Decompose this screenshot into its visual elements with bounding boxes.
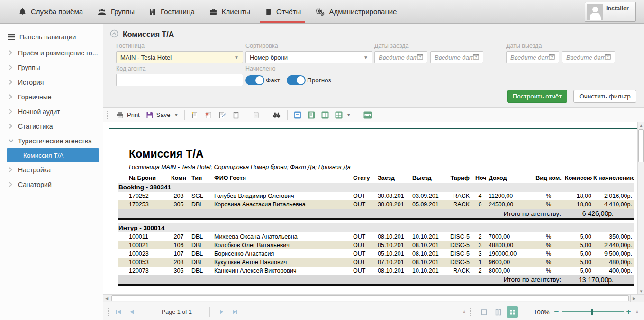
calendar-icon[interactable]: 7 xyxy=(473,53,479,61)
report-cell: DBL xyxy=(190,200,213,209)
nav-item-3[interactable]: Клиенты xyxy=(202,0,257,23)
report-cell: 2 xyxy=(474,267,486,275)
delete-page-button[interactable] xyxy=(202,110,215,120)
sidebar-item-4[interactable]: Ночной аудит xyxy=(0,104,103,119)
toggle-switch-1[interactable] xyxy=(287,75,306,85)
user-box[interactable]: installer xyxy=(585,2,636,22)
arrival-date-to-input[interactable]: Введите дату 7 xyxy=(430,51,483,63)
nav-label: Гостиница xyxy=(161,8,195,16)
print-button[interactable]: Print xyxy=(114,110,142,120)
collapse-panel-icon[interactable] xyxy=(110,29,118,40)
horizontal-scroll-thumb[interactable] xyxy=(111,295,629,301)
departure-date-from-input[interactable]: Введите дату 7 xyxy=(506,51,559,63)
hotel-select[interactable]: MAIN - Tesla Hotel ▼ xyxy=(116,51,243,63)
report-cell: 7000,00 xyxy=(486,232,533,241)
agent-code-input[interactable] xyxy=(116,74,243,86)
vertical-scroll-thumb[interactable] xyxy=(638,129,644,162)
save-button[interactable]: Save▼ xyxy=(144,110,181,120)
column-header: Комиссия xyxy=(564,173,592,183)
zoom-slider-handle[interactable] xyxy=(591,309,593,315)
toggle-0: Факт xyxy=(245,75,280,85)
sidebar-item-label: Санаторий xyxy=(18,181,52,188)
clear-filter-button[interactable]: Очистить фильтр xyxy=(573,90,636,103)
clipboard-icon: ? xyxy=(253,111,260,119)
sidebar-item-7[interactable]: Комиссия Т/А xyxy=(7,148,99,162)
sidebar-item-2[interactable]: История xyxy=(0,75,103,89)
view-continuous-icon xyxy=(308,111,315,119)
nav-item-5[interactable]: Администрирование xyxy=(308,0,404,23)
scroll-up-icon[interactable]: ▲ xyxy=(638,122,644,129)
nav-item-1[interactable]: Группы xyxy=(90,0,142,23)
next-page-button[interactable] xyxy=(217,307,227,317)
sidebar-item-1[interactable]: Группы xyxy=(0,60,103,75)
page-setup-button[interactable] xyxy=(230,110,242,120)
zoom-slider[interactable] xyxy=(562,307,624,317)
group-name: Интур - 300014 xyxy=(118,223,634,232)
report-cell: Канючин Алексей Викторович xyxy=(213,267,348,275)
report-cell: OUT xyxy=(348,232,377,241)
toggle-switch-0[interactable] xyxy=(245,75,264,85)
view-facing-button[interactable] xyxy=(319,110,331,120)
users-icon xyxy=(97,8,107,16)
sidebar-header[interactable]: Панель навигации xyxy=(0,30,103,45)
splitter-icon[interactable]: ⇕ xyxy=(463,310,466,314)
report-cell: 100053 xyxy=(118,258,167,267)
view-multiple-pages-button[interactable] xyxy=(507,306,518,318)
vertical-scrollbar[interactable]: ▲ ▼ xyxy=(637,122,644,294)
book-icon xyxy=(264,8,272,16)
edit-page-button[interactable] xyxy=(216,110,228,120)
separator xyxy=(184,110,185,120)
horizontal-scrollbar[interactable]: ◀ ▶ xyxy=(103,294,644,302)
view-single-button[interactable] xyxy=(291,110,304,120)
report-row: 100053208DBLКукушкин Антон ПавловичOUT07… xyxy=(118,258,634,267)
sidebar-item-6[interactable]: Туристические агенства xyxy=(0,133,103,148)
report-cell: % xyxy=(533,249,564,258)
nav-item-4[interactable]: Отчёты xyxy=(257,0,308,23)
chevron-right-icon xyxy=(9,65,14,70)
previous-page-button[interactable] xyxy=(127,307,137,317)
report-cell: DBL xyxy=(190,267,213,275)
scroll-down-icon[interactable]: ▼ xyxy=(638,288,644,294)
sidebar-item-5[interactable]: Статистика xyxy=(0,119,103,133)
calendar-icon[interactable]: 7 xyxy=(549,53,555,61)
zoom-in-button[interactable]: + xyxy=(626,307,631,317)
report-cell: 480,00р. xyxy=(592,258,634,267)
report-cell: 100023 xyxy=(118,249,167,258)
calendar-icon[interactable]: 7 xyxy=(417,53,423,61)
report-cell: 10.10.201 xyxy=(411,267,446,275)
sidebar-item-3[interactable]: Горничные xyxy=(0,89,103,104)
report-cell: % xyxy=(533,232,564,241)
calendar-icon[interactable]: 7 xyxy=(605,53,611,61)
svg-text:7: 7 xyxy=(475,56,477,59)
view-single-page-button[interactable] xyxy=(478,306,490,318)
nav-item-2[interactable]: Гостиница xyxy=(142,0,202,23)
new-page-button[interactable] xyxy=(189,110,201,120)
scroll-right-icon[interactable]: ▶ xyxy=(630,295,637,302)
view-grid-icon xyxy=(335,111,343,119)
report-cell: 3 xyxy=(474,249,486,258)
report-cell: 3 xyxy=(474,241,486,249)
group-total-label: Итого по агентству: xyxy=(118,209,564,219)
scroll-left-icon[interactable]: ◀ xyxy=(103,295,110,302)
nav-item-0[interactable]: Служба приёма xyxy=(11,0,90,23)
view-grid-button[interactable]: ▼ xyxy=(333,110,353,120)
fit-width-button[interactable] xyxy=(361,110,374,120)
first-page-button[interactable] xyxy=(113,307,124,317)
sidebar-item-0[interactable]: Приём и размещение го... xyxy=(0,45,103,60)
departure-date-to-input[interactable]: Введите дату 7 xyxy=(562,51,615,63)
report-cell: DBL xyxy=(190,249,213,258)
view-continuous-button[interactable] xyxy=(492,306,504,318)
view-continuous-button[interactable] xyxy=(305,110,317,120)
last-page-button[interactable] xyxy=(230,307,240,317)
arrival-date-from-input[interactable]: Введите дату 7 xyxy=(374,51,427,63)
sidebar-item-8[interactable]: Настройка xyxy=(0,162,103,177)
sort-select[interactable]: Номер брони ▼ xyxy=(245,51,372,63)
build-report-button[interactable]: Построить отчёт xyxy=(507,90,567,103)
splitter-icon[interactable]: ⇕ xyxy=(635,310,639,314)
report-cell: 9600,00 xyxy=(486,258,533,267)
paste-button[interactable]: ? xyxy=(250,110,262,120)
find-button[interactable] xyxy=(270,110,283,120)
report-cell: OUT xyxy=(348,200,377,209)
sidebar-item-9[interactable]: Санаторий xyxy=(0,177,103,192)
zoom-out-button[interactable]: − xyxy=(554,307,559,317)
